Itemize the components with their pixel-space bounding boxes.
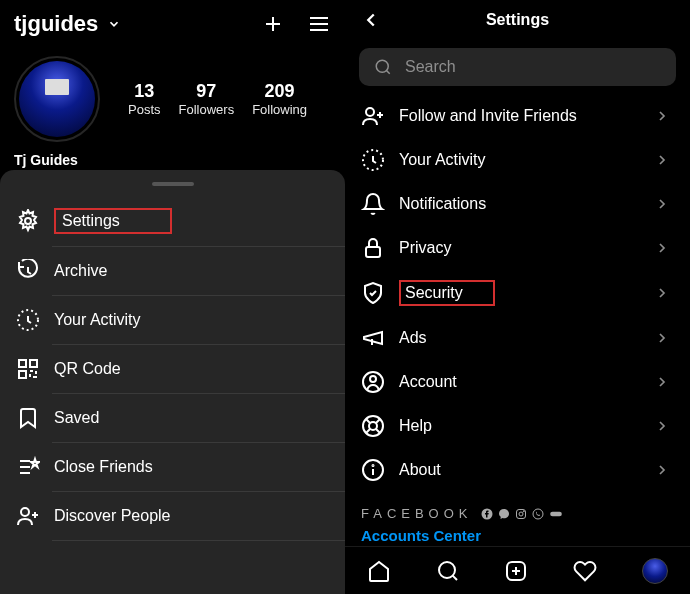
oculus-icon	[549, 508, 563, 520]
chevron-right-icon	[650, 370, 674, 394]
svg-line-33	[376, 419, 380, 423]
settings-about[interactable]: About	[345, 448, 690, 492]
svg-rect-8	[30, 360, 37, 367]
help-icon	[361, 414, 385, 438]
svg-line-35	[376, 429, 380, 433]
stat-posts[interactable]: 13 Posts	[128, 81, 161, 117]
chevron-right-icon	[650, 236, 674, 260]
menu-label: Close Friends	[54, 458, 153, 476]
archive-icon	[16, 259, 40, 283]
home-icon[interactable]	[367, 559, 391, 583]
hamburger-icon[interactable]	[307, 12, 331, 36]
facebook-icon	[481, 508, 493, 520]
menu-label: Saved	[54, 409, 99, 427]
accounts-center-link[interactable]: Accounts Center	[345, 525, 690, 546]
menu-qr[interactable]: QR Code	[0, 345, 345, 393]
settings-privacy[interactable]: Privacy	[345, 226, 690, 270]
lock-icon	[361, 236, 385, 260]
svg-point-38	[373, 465, 374, 466]
item-label: Security	[399, 280, 495, 306]
page-title: Settings	[345, 11, 690, 29]
menu-label: Archive	[54, 262, 107, 280]
svg-line-22	[386, 70, 389, 73]
menu-discover[interactable]: Discover People	[0, 492, 345, 540]
search-nav-icon[interactable]	[436, 559, 460, 583]
item-label: Follow and Invite Friends	[399, 107, 636, 125]
qr-icon	[16, 357, 40, 381]
settings-ads[interactable]: Ads	[345, 316, 690, 360]
menu-label: Settings	[54, 208, 172, 234]
chevron-right-icon	[650, 148, 674, 172]
settings-activity[interactable]: Your Activity	[345, 138, 690, 182]
svg-point-42	[523, 510, 524, 511]
account-icon	[361, 370, 385, 394]
item-label: Notifications	[399, 195, 636, 213]
search-icon	[371, 55, 395, 79]
avatar	[19, 61, 95, 137]
settings-security[interactable]: Security	[345, 270, 690, 316]
heart-icon[interactable]	[573, 559, 597, 583]
menu-activity[interactable]: Your Activity	[0, 296, 345, 344]
item-label: About	[399, 461, 636, 479]
svg-point-31	[369, 422, 377, 430]
create-nav-icon[interactable]	[504, 559, 528, 583]
item-label: Account	[399, 373, 636, 391]
bell-icon	[361, 192, 385, 216]
svg-point-29	[370, 376, 376, 382]
svg-point-23	[366, 108, 374, 116]
item-label: Your Activity	[399, 151, 636, 169]
activity-icon	[361, 148, 385, 172]
settings-follow-invite[interactable]: Follow and Invite Friends	[345, 94, 690, 138]
gear-icon	[16, 209, 40, 233]
whatsapp-icon	[532, 508, 544, 520]
create-icon[interactable]	[261, 12, 285, 36]
brand-row: FACEBOOK	[345, 492, 690, 525]
chevron-right-icon	[650, 414, 674, 438]
username: tjguides	[14, 11, 98, 37]
item-label: Help	[399, 417, 636, 435]
svg-line-46	[453, 575, 457, 579]
menu-label: Discover People	[54, 507, 171, 525]
chevron-right-icon	[650, 326, 674, 350]
menu-settings[interactable]: Settings	[0, 196, 345, 246]
svg-point-21	[376, 60, 388, 72]
svg-point-43	[533, 509, 543, 519]
instagram-icon	[515, 508, 527, 520]
sheet-handle[interactable]	[152, 182, 194, 186]
shield-icon	[361, 281, 385, 305]
stat-following[interactable]: 209 Following	[252, 81, 307, 117]
chevron-right-icon	[650, 192, 674, 216]
svg-point-41	[519, 512, 523, 516]
menu-label: Your Activity	[54, 311, 141, 329]
info-icon	[361, 458, 385, 482]
bottom-sheet: Settings Archive Your Activity QR Code	[0, 170, 345, 594]
brand-text: FACEBOOK	[361, 506, 473, 521]
chevron-right-icon	[650, 458, 674, 482]
settings-help[interactable]: Help	[345, 404, 690, 448]
back-icon[interactable]	[359, 8, 383, 32]
search-input[interactable]	[405, 58, 664, 76]
avatar-ring[interactable]	[14, 56, 100, 142]
messenger-icon	[498, 508, 510, 520]
svg-line-32	[366, 419, 370, 423]
stat-followers[interactable]: 97 Followers	[179, 81, 235, 117]
profile-nav-avatar[interactable]	[642, 558, 668, 584]
ads-icon	[361, 326, 385, 350]
svg-rect-44	[550, 511, 562, 516]
svg-marker-17	[31, 459, 39, 467]
menu-archive[interactable]: Archive	[0, 247, 345, 295]
svg-point-18	[21, 508, 29, 516]
close-friends-icon	[16, 455, 40, 479]
settings-account[interactable]: Account	[345, 360, 690, 404]
settings-notifications[interactable]: Notifications	[345, 182, 690, 226]
bookmark-icon	[16, 406, 40, 430]
svg-point-5	[25, 218, 31, 224]
menu-label: QR Code	[54, 360, 121, 378]
menu-saved[interactable]: Saved	[0, 394, 345, 442]
svg-rect-27	[366, 247, 380, 257]
bottom-nav	[345, 546, 690, 594]
search-bar[interactable]	[359, 48, 676, 86]
username-selector[interactable]: tjguides	[14, 11, 126, 37]
activity-icon	[16, 308, 40, 332]
menu-close-friends[interactable]: Close Friends	[0, 443, 345, 491]
